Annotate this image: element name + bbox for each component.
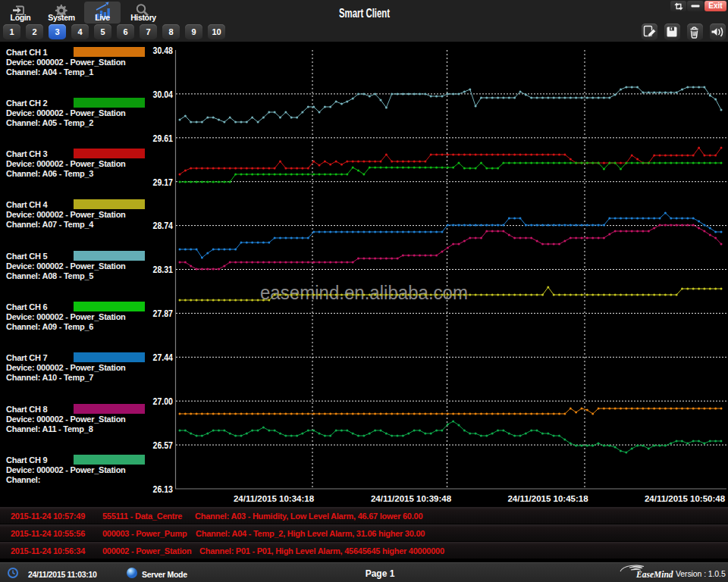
svg-text:26.13: 26.13 [153, 483, 174, 495]
svg-text:24/11/2015 10:34:18: 24/11/2015 10:34:18 [234, 494, 315, 503]
svg-text:24/11/2015 10:39:48: 24/11/2015 10:39:48 [371, 494, 452, 503]
svg-text:29.61: 29.61 [153, 133, 174, 144]
svg-text:26.57: 26.57 [153, 440, 174, 451]
svg-text:24/11/2015 10:45:18: 24/11/2015 10:45:18 [507, 494, 588, 503]
svg-text:24/11/2015 10:50:48: 24/11/2015 10:50:48 [645, 494, 726, 503]
svg-text:easemind.en.alibaba.com: easemind.en.alibaba.com [260, 282, 468, 303]
